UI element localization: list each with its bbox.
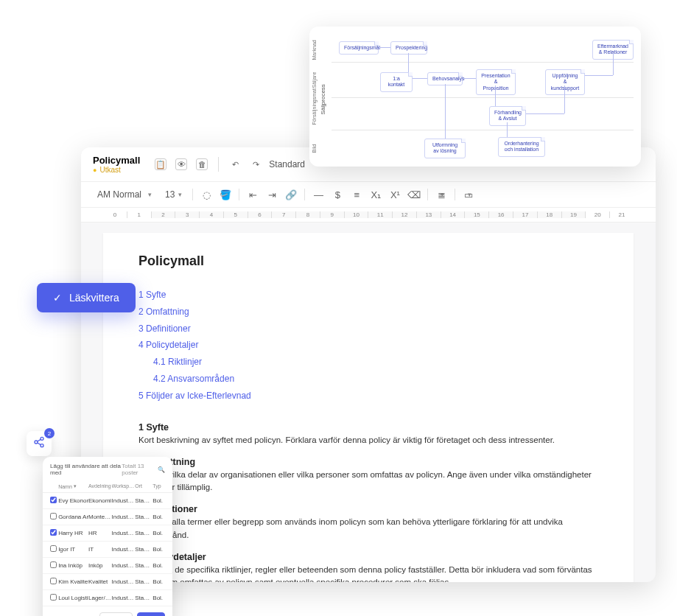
flow-node[interactable]: Orderhantering och installation xyxy=(498,137,545,157)
outdent-icon[interactable]: ⇤ xyxy=(247,189,259,200)
user-row[interactable]: Loui LogistikLager/LogistikIndustri ABSt… xyxy=(43,590,172,606)
font-size-select[interactable]: 13 xyxy=(162,189,185,200)
document-title: Policymall xyxy=(93,155,140,166)
toc-link[interactable]: 3 Definitioner xyxy=(138,321,598,337)
style-select[interactable]: AM Normal xyxy=(93,188,155,201)
row-checkbox[interactable] xyxy=(50,561,57,568)
row-checkbox[interactable] xyxy=(50,545,57,552)
cell-city: Staden xyxy=(135,595,152,601)
col-type[interactable]: Typ xyxy=(152,483,165,489)
connector xyxy=(507,122,508,137)
connector xyxy=(495,85,496,106)
connector xyxy=(379,47,390,48)
section-body: Detaljera de specifika riktlinjer, regle… xyxy=(138,564,598,582)
toc-link[interactable]: 5 Följder av Icke-Efterlevnad xyxy=(138,388,598,405)
document-page[interactable]: Policymall 1 Syfte2 Omfattning3 Definiti… xyxy=(103,233,634,582)
toc-link[interactable]: 4 Policydetaljer xyxy=(138,337,598,354)
col-name[interactable]: Namn ▾ xyxy=(58,483,88,489)
spacing-icon[interactable]: ≡ xyxy=(351,189,362,200)
cell-dept: Inköp xyxy=(88,562,112,569)
flow-node[interactable]: Förhandling & Avslut xyxy=(489,106,526,126)
ruler-tick: 4 xyxy=(199,211,223,218)
flow-node[interactable]: Prospektering xyxy=(390,41,427,55)
share-panel: Lägg till användare att dela med Totalt … xyxy=(43,457,172,616)
user-row[interactable]: Harry HRHRIndustri ABStadenBol. xyxy=(43,525,172,542)
share-panel-title: Lägg till användare att dela med xyxy=(50,463,122,476)
indent-icon[interactable]: ⇥ xyxy=(266,189,278,200)
clear-format-icon[interactable]: ⌫ xyxy=(408,189,420,200)
section-body: Kort beskrivning av syftet med policyn. … xyxy=(138,434,598,447)
flow-node[interactable]: Utformning av lösning xyxy=(424,139,466,158)
row-checkbox[interactable] xyxy=(50,497,57,503)
document-section: 2 OmfattningBeskriv vilka delar av organ… xyxy=(138,457,598,494)
cell-city: Staden xyxy=(135,497,152,504)
separator xyxy=(239,189,239,200)
undo-icon[interactable]: ↶ xyxy=(229,158,241,170)
ruler-tick: 14 xyxy=(441,211,465,218)
separator xyxy=(218,157,219,172)
cell-city: Staden xyxy=(135,562,152,569)
sort-icon: ▾ xyxy=(74,483,77,489)
col-dept[interactable]: Avdelning xyxy=(88,483,112,489)
superscript-icon[interactable]: X¹ xyxy=(389,189,401,200)
section-heading: 3 Definitioner xyxy=(138,504,598,514)
lane-label: Säljare xyxy=(312,72,317,88)
highlight-icon[interactable]: ◌ xyxy=(200,189,212,200)
user-row[interactable]: Ina InköpInköpIndustri ABStadenBol. xyxy=(43,558,172,574)
flow-node[interactable]: Presentation & Proposition xyxy=(476,69,516,95)
col-city[interactable]: Ort xyxy=(135,483,152,489)
share-confirm-button[interactable]: Dela xyxy=(137,612,165,616)
toc-link[interactable]: 4.2 Ansvarsområden xyxy=(138,371,598,388)
share-badge[interactable]: 2 xyxy=(27,431,52,456)
read-confirm-button[interactable]: ✓ Läskvittera xyxy=(37,283,136,312)
cell-name: Ina Inköp xyxy=(58,562,88,569)
cell-type: Bol. xyxy=(152,546,165,553)
user-row[interactable]: Kim KvalitetKvalitetIndustri ABStadenBol… xyxy=(43,574,172,590)
currency-icon[interactable]: $ xyxy=(332,189,343,200)
ruler-tick: 13 xyxy=(416,211,441,218)
trash-icon[interactable]: 🗑 xyxy=(196,158,208,170)
cell-type: Bol. xyxy=(152,530,165,536)
cell-type: Bol. xyxy=(152,578,165,585)
cell-dept: IT xyxy=(88,546,112,553)
preview-icon[interactable]: 👁 xyxy=(175,158,187,170)
toc-link[interactable]: 1 Syfte xyxy=(138,287,598,304)
lane-label: Bild xyxy=(312,144,317,153)
layout-icon[interactable]: ▭ xyxy=(463,189,474,200)
cell-ws: Industri AB xyxy=(112,578,136,585)
search-icon[interactable]: 🔍 xyxy=(158,466,165,473)
flow-node[interactable]: Uppföljning & kundsupport xyxy=(545,69,585,95)
share-panel-header: Lägg till användare att dela med Totalt … xyxy=(43,457,172,480)
hr-icon[interactable]: — xyxy=(312,189,324,200)
clipboard-icon[interactable]: 📋 xyxy=(155,158,166,170)
row-checkbox[interactable] xyxy=(50,513,57,519)
user-row[interactable]: Gordana ArbetsledareMonteringIndustri AB… xyxy=(43,509,172,525)
cancel-button[interactable]: Avbryt xyxy=(99,612,133,616)
link-icon[interactable]: 🔗 xyxy=(285,189,297,200)
row-checkbox[interactable] xyxy=(50,529,57,536)
ruler-tick: 12 xyxy=(392,211,416,218)
ruler-tick: 11 xyxy=(368,211,392,218)
svg-point-0 xyxy=(41,437,43,440)
user-row[interactable]: Igor ITITIndustri ABStadenBol. xyxy=(43,542,172,558)
toc-link[interactable]: 2 Omfattning xyxy=(138,304,598,321)
flow-node[interactable]: Försäljningsmål xyxy=(339,41,379,55)
paint-icon[interactable]: 🪣 xyxy=(220,189,231,200)
ruler-tick: 18 xyxy=(537,211,561,218)
ruler-tick: 15 xyxy=(464,211,488,218)
flow-node[interactable]: 1:a kontakt xyxy=(380,72,413,92)
connector xyxy=(445,84,446,139)
row-checkbox[interactable] xyxy=(50,578,57,584)
mode-label[interactable]: Standard xyxy=(269,159,305,169)
cell-ws: Industri AB xyxy=(112,546,136,553)
cell-name: Kim Kvalitet xyxy=(58,578,88,585)
share-table-header: Namn ▾ Avdelning Workspace Ort Typ xyxy=(43,480,172,493)
toc-link[interactable]: 4.1 Riktlinjer xyxy=(138,354,598,371)
user-row[interactable]: Evy EkonomiEkonomiIndustri ABStadenBol. xyxy=(43,493,172,509)
redo-icon[interactable]: ↷ xyxy=(250,158,262,170)
history-actions: ↶ ↷ xyxy=(229,158,262,170)
subscript-icon[interactable]: X₁ xyxy=(370,189,382,200)
col-workspace[interactable]: Workspace xyxy=(112,483,136,489)
row-checkbox[interactable] xyxy=(50,594,57,601)
line-height-icon[interactable]: ≣ xyxy=(435,189,447,200)
